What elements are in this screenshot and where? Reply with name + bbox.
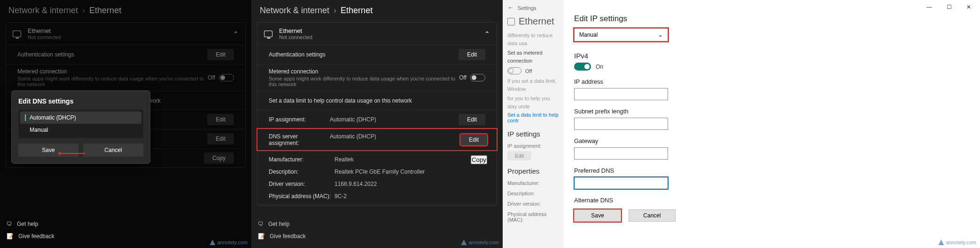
metered-sub: Some apps might work differently to redu…: [269, 76, 459, 87]
edit-button[interactable]: Edit: [460, 134, 487, 145]
give-feedback-link[interactable]: 📝Give feedback: [7, 230, 54, 242]
truncated-text: If you set a data limit, Window: [507, 77, 559, 93]
description-key: Description:: [269, 168, 334, 175]
ipv4-heading: IPv4: [574, 52, 970, 60]
give-feedback-link[interactable]: 📝Give feedback: [258, 230, 306, 242]
cancel-button[interactable]: Cancel: [83, 144, 143, 157]
breadcrumb: Network & internet › Ethernet: [251, 0, 503, 19]
ethernet-status: Not connected: [279, 34, 484, 40]
footer-links: 🗨Get help 📝Give feedback: [7, 218, 54, 242]
metered-label: Set as metered connection: [507, 49, 559, 64]
gateway-label: Gateway: [574, 137, 970, 144]
save-button[interactable]: Save: [574, 209, 621, 222]
option-manual[interactable]: Manual: [20, 124, 141, 136]
alternate-dns-label: Alternate DNS: [574, 197, 970, 204]
ethernet-header[interactable]: Ethernet Not connected ⌃: [257, 23, 497, 45]
mac-key: Physical address (MAC):: [507, 211, 559, 223]
row-datalimit[interactable]: Set a data limit to help control data us…: [257, 91, 497, 110]
datalimit-label: Set a data limit to help control data us…: [269, 97, 485, 104]
minimize-button[interactable]: —: [920, 0, 939, 14]
get-help-link[interactable]: 🗨Get help: [7, 218, 54, 230]
truncated-text: for you to help you stay unde: [507, 95, 559, 110]
feedback-icon: 📝: [258, 233, 265, 240]
panel-edit-ip-dialog: ← Settings Ethernet differently to reduc…: [503, 0, 980, 248]
settings-sidebar: ← Settings Ethernet differently to reduc…: [503, 0, 564, 248]
home-icon[interactable]: [507, 18, 515, 25]
dns-assignment-value: Automatic (DHCP): [330, 133, 376, 146]
ethernet-card: Ethernet Not connected ⌃ Authentication …: [257, 22, 497, 206]
popup-title: Edit DNS settings: [18, 97, 143, 105]
manufacturer-key: Manufacturer:: [507, 180, 539, 186]
edit-button[interactable]: Edit: [507, 151, 531, 160]
watermark: annotely.com: [938, 240, 976, 245]
manufacturer-value: Realtek: [334, 156, 354, 163]
close-button[interactable]: ✕: [959, 0, 978, 14]
watermark: annotely.com: [461, 240, 499, 245]
preferred-dns-label: Preferred DNS: [574, 167, 970, 174]
ethernet-icon: [264, 31, 272, 37]
selection-indicator: [25, 114, 26, 121]
row-ip-assignment: IP assignment: Automatic (DHCP) Edit: [257, 110, 497, 129]
get-help-link[interactable]: 🗨Get help: [258, 218, 306, 230]
panel-dns-popup: Network & internet › Ethernet Ethernet N…: [0, 0, 251, 248]
gateway-input[interactable]: [574, 147, 668, 160]
edit-button[interactable]: Edit: [459, 49, 485, 60]
preferred-dns-input[interactable]: [574, 177, 668, 189]
driver-version-key: Driver version:: [269, 181, 334, 187]
option-manual-label: Manual: [30, 127, 48, 133]
option-automatic[interactable]: Automatic (DHCP): [20, 112, 141, 124]
description-key: Description:: [507, 191, 535, 196]
auth-label: Authentication settings: [269, 51, 459, 58]
panel-ethernet-details: Network & internet › Ethernet Ethernet N…: [251, 0, 503, 248]
mac-key: Physical address (MAC):: [269, 193, 334, 200]
metered-off-label: Off: [459, 74, 467, 81]
metered-label: Metered connection: [269, 68, 459, 75]
help-icon: 🗨: [258, 221, 264, 227]
annotely-icon: [461, 240, 467, 245]
row-metered: Metered connection Some apps might work …: [257, 64, 497, 91]
ipv4-toggle[interactable]: [574, 63, 591, 71]
ip-address-label: IP address: [574, 78, 970, 85]
page-heading: Ethernet: [507, 16, 559, 27]
mac-value: 9C-2: [334, 193, 347, 200]
edit-button[interactable]: Edit: [459, 114, 485, 125]
maximize-button[interactable]: ☐: [940, 0, 958, 14]
ip-mode-dropdown[interactable]: Manual ⌄: [574, 28, 668, 41]
watermark: annotely.com: [210, 240, 248, 245]
row-auth: Authentication settings Edit: [257, 45, 497, 64]
metered-toggle[interactable]: [470, 74, 485, 81]
ip-address-input[interactable]: [574, 88, 668, 100]
edit-dns-popup: Edit DNS settings Automatic (DHCP) Manua…: [11, 90, 150, 164]
copy-button[interactable]: Copy: [471, 155, 487, 164]
dns-assignment-key: DNS server assignment:: [269, 133, 330, 146]
window-titlebar: — ☐ ✕: [564, 0, 980, 14]
ethernet-title: Ethernet: [279, 27, 484, 34]
on-label: On: [596, 64, 603, 70]
dialog-title: Edit IP settings: [574, 14, 970, 24]
subnet-label: Subnet prefix length: [574, 108, 970, 115]
save-button[interactable]: Save: [18, 144, 78, 157]
description-value: Realtek PCIe GbE Family Controller: [334, 168, 425, 175]
breadcrumb-sep: ›: [334, 6, 336, 15]
subnet-input[interactable]: [574, 118, 668, 130]
edit-ip-dialog: — ☐ ✕ Edit IP settings Manual ⌄ IPv4 On …: [564, 0, 980, 248]
chevron-down-icon: ⌄: [658, 32, 663, 38]
option-automatic-label: Automatic (DHCP): [30, 114, 76, 121]
data-limit-link[interactable]: Set a data limit to help contr: [507, 112, 559, 123]
annotation-arrow: [59, 153, 85, 154]
driver-version-key: Driver version:: [507, 201, 541, 207]
ip-assignment-key: IP assignment:: [269, 116, 330, 123]
breadcrumb-current: Ethernet: [341, 6, 373, 15]
back-button[interactable]: ← Settings: [507, 4, 559, 11]
row-dns-assignment: DNS server assignment: Automatic (DHCP) …: [257, 129, 497, 150]
chevron-up-icon: ⌃: [484, 30, 490, 38]
dns-mode-select[interactable]: Automatic (DHCP) Manual: [18, 110, 143, 138]
off-label: Off: [525, 68, 532, 74]
ip-settings-heading: IP settings: [507, 130, 559, 138]
help-icon: 🗨: [7, 221, 12, 227]
metered-toggle[interactable]: [507, 67, 521, 74]
ip-assignment-value: Automatic (DHCP): [330, 116, 376, 123]
cancel-button[interactable]: Cancel: [629, 209, 676, 222]
breadcrumb-parent[interactable]: Network & internet: [260, 6, 329, 15]
truncated-text: differently to reduce data usa: [507, 32, 559, 47]
